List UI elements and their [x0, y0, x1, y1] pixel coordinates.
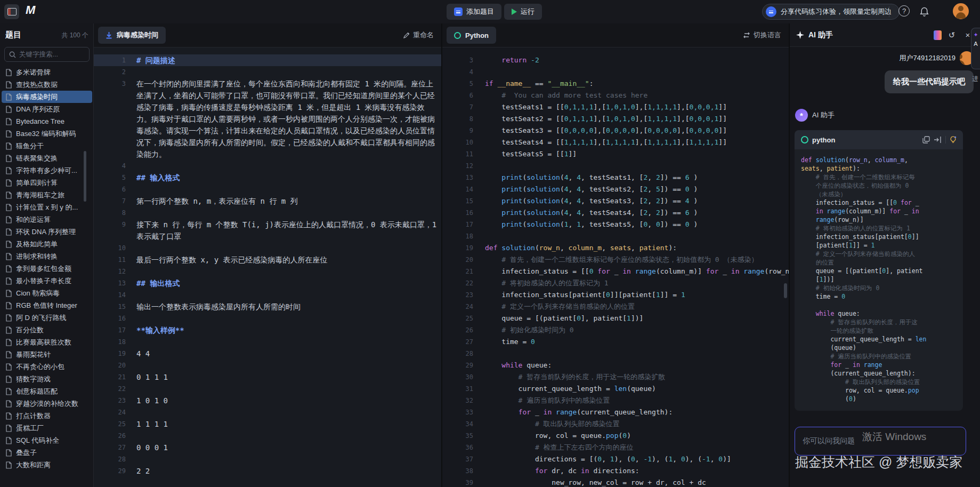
sidebar-item[interactable]: 猫鱼分干	[0, 140, 94, 152]
sidebar-item[interactable]: 青海湖租车之旅	[0, 189, 94, 201]
logo: M	[26, 3, 35, 17]
user-avatar[interactable]	[953, 3, 969, 19]
sidebar-item[interactable]: 蛋糕工厂	[0, 422, 94, 434]
ai-avatar: *	[795, 109, 808, 122]
theme-flag-icon[interactable]	[934, 30, 942, 40]
ai-panel-header: AI 助手 ↺ ×	[790, 23, 980, 47]
sidebar-item[interactable]: Cion 勒索病毒	[0, 287, 94, 299]
ai-reply-row: * AI 助手	[795, 109, 835, 122]
sidebar-item[interactable]: 拿到最多红包金额	[0, 262, 94, 275]
description-editor[interactable]: 1# 问题描述23在一个封闭的房间里摆满了座位，每个座位东西向和南北向都有固定 …	[94, 54, 441, 477]
sidebar-item[interactable]: 进制求和转换	[0, 250, 94, 262]
run-button[interactable]: 运行	[504, 4, 542, 20]
pencil-icon	[403, 32, 410, 39]
problem-count: 共 100 个	[61, 31, 88, 40]
ai-code-row: in range(column_m)] for _ in	[801, 207, 957, 215]
ai-code-row: # 首先，创建一个二维数组来标记每	[801, 173, 957, 181]
sidebar-item[interactable]: 病毒感染时间	[2, 91, 92, 103]
code-editor[interactable]: 3 return -245if __name__ == "__main__":6…	[442, 54, 789, 487]
sidebar-item[interactable]: 多米诺骨牌	[0, 66, 94, 78]
description-line: 194 4	[94, 348, 441, 360]
insert-code-icon[interactable]	[934, 136, 942, 143]
sidebar-scrollbar[interactable]	[84, 151, 86, 202]
widget-label: A	[974, 41, 977, 47]
problem-tab[interactable]: 病毒感染时间	[98, 27, 166, 44]
sidebar-item[interactable]: 及格如此简单	[0, 238, 94, 250]
share-icon	[766, 6, 776, 17]
switch-language-button[interactable]: 切换语言	[743, 23, 781, 47]
sidebar-item[interactable]: 简单四则计算	[0, 177, 94, 189]
description-line: 13## 输出格式	[94, 277, 441, 289]
description-line: 15输出一个整数表示病毒感染屋内所有人所需的时间	[94, 301, 441, 313]
history-icon[interactable]: ↺	[946, 30, 958, 40]
code-editor-panel: Python 切换语言 3 return -245if __name__ == …	[442, 23, 790, 487]
sidebar-item[interactable]: 创意标题匹配	[0, 385, 94, 397]
ai-code-row: row, col = queue.pop	[801, 386, 957, 395]
code-line: 13 print(solution(4, 4, testSeats1, [2, …	[442, 172, 789, 183]
editor-scrollbar[interactable]	[784, 283, 787, 298]
sidebar-item[interactable]: 环状 DNA 序列整理	[0, 226, 94, 238]
code-line: 33 for _ in range(current_queue_length):	[442, 406, 789, 418]
sidebar-item[interactable]: 链表聚集交换	[0, 152, 94, 164]
promo-banner[interactable]: 分享代码练习体验，领限量定制周边	[762, 4, 900, 20]
description-line: 8	[94, 207, 441, 219]
sidebar-toggle-icon[interactable]	[4, 4, 19, 19]
sidebar-item[interactable]: RGB 色值转 Integer	[0, 299, 94, 312]
user-message-bubble: 给我一些代码提示吧	[885, 70, 974, 93]
floating-widget-more[interactable]: 进	[972, 75, 978, 84]
sidebar-item[interactable]: 大数和距离	[0, 459, 94, 471]
add-problem-icon	[454, 7, 463, 16]
copy-icon[interactable]	[922, 136, 930, 143]
sidebar-item[interactable]: 暴雨梨花针	[0, 348, 94, 361]
sidebar-item[interactable]: 百分位数	[0, 324, 94, 336]
language-tab[interactable]: Python	[447, 27, 496, 44]
rename-button[interactable]: 重命名	[403, 23, 434, 47]
description-line: 24	[94, 406, 441, 418]
ai-code-row: (queue)	[801, 344, 957, 352]
sidebar-item[interactable]: SQL 代码补全	[0, 434, 94, 446]
sidebar-item[interactable]: Base32 编码和解码	[0, 127, 94, 140]
code-line: 14 print(solution(4, 4, testSeats2, [2, …	[442, 183, 789, 195]
code-line: 6 # You can add more test cases here	[442, 90, 789, 101]
code-line: 7 testSeats1 = [[0,1,1,1],[1,0,1,0],[1,1…	[442, 101, 789, 113]
help-icon[interactable]: ?	[898, 5, 910, 17]
description-line: 22	[94, 383, 441, 395]
ai-code-row: seats, patient):	[801, 164, 957, 173]
topbar-divider	[889, 6, 889, 17]
sidebar-item[interactable]: DNA 序列还原	[0, 103, 94, 115]
hint-lightbulb-icon[interactable]	[950, 136, 957, 143]
code-line: 21 infection_status = [[0 for _ in range…	[442, 266, 789, 277]
code-line: 30 # 暂存当前队列的长度，用于这一轮的感染扩散	[442, 371, 789, 383]
sidebar-item[interactable]: 计算位置 x 到 y 的...	[0, 201, 94, 213]
sidebar-item[interactable]: 和的逆运算	[0, 213, 94, 226]
description-line: 10	[94, 242, 441, 254]
python-icon	[801, 136, 808, 143]
notification-bell-icon[interactable]	[918, 5, 930, 18]
add-problem-button[interactable]: 添加题目	[447, 4, 501, 20]
ai-panel-title: AI 助手	[808, 30, 833, 40]
description-line: 28	[94, 453, 441, 465]
code-line: 22 # 将初始感染的人的位置标记为 1	[442, 277, 789, 289]
sidebar-item[interactable]: 打点计数器	[0, 410, 94, 422]
sidebar-item[interactable]: 阿 D 的飞行路线	[0, 312, 94, 324]
sidebar-item[interactable]: 字符串有多少种可...	[0, 164, 94, 177]
sidebar-item[interactable]: 比赛最高获胜次数	[0, 336, 94, 348]
sidebar-item[interactable]: 不再贪心的小包	[0, 361, 94, 373]
sidebar-item[interactable]: 穿越沙漠的补给次数	[0, 397, 94, 410]
sidebar-item[interactable]: 最小替换子串长度	[0, 275, 94, 287]
sidebar-item[interactable]: 猜数字游戏	[0, 373, 94, 385]
ai-assistant-panel: AI 助手 ↺ × 用户74912182019 给我一些代码提示吧 * AI 助…	[790, 23, 980, 487]
sidebar-item[interactable]: 查找热点数据	[0, 78, 94, 91]
code-line: 3 return -2	[442, 54, 789, 66]
description-line: 5## 输入格式	[94, 172, 441, 183]
code-line: 24 # 定义一个队列来存储当前感染的人的位置	[442, 301, 789, 313]
search-input[interactable]: 关键字搜索...	[4, 47, 90, 62]
floating-ai-widget[interactable]: ✦ A	[971, 28, 980, 69]
code-line: 19def solution(row_n, column_m, seats, p…	[442, 242, 789, 254]
description-line: 231 0 1 0	[94, 395, 441, 406]
sidebar-item[interactable]: 叠盘子	[0, 446, 94, 459]
code-line: 39 new_row, new_col = row + dr, col + dc	[442, 477, 789, 487]
ai-code-block[interactable]: def solution(row_n, column_m,seats, pati…	[795, 149, 963, 411]
code-line: 31 current_queue_length = len(queue)	[442, 383, 789, 395]
sidebar-item[interactable]: Bytedance Tree	[0, 115, 94, 127]
